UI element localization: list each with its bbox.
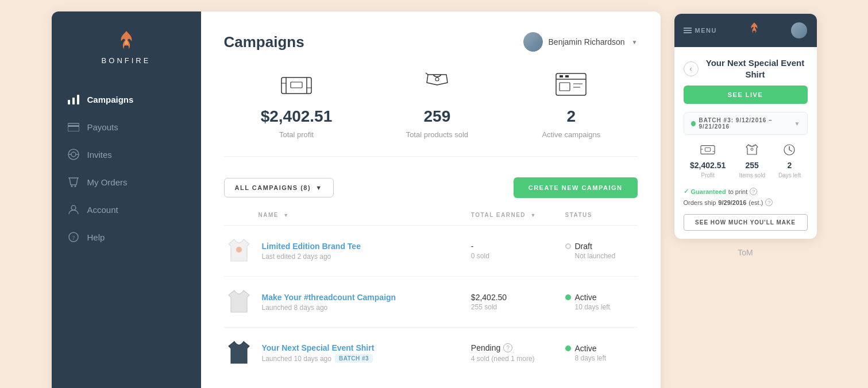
guaranteed-info-icon[interactable]: ? — [750, 188, 757, 195]
create-label: CREATE NEW CAMPAIGN — [528, 184, 623, 191]
sidebar-item-account[interactable]: Account — [52, 196, 201, 223]
hamburger-icon — [684, 28, 692, 33]
page-title: Campaigns — [224, 33, 304, 51]
campaign-thumbnail — [224, 236, 254, 266]
stats-row: $2,402.51 Total profit 259 — [224, 72, 638, 157]
campaigns-toolbar: ALL CAMPAIGNS (8) ▼ CREATE NEW CAMPAIGN — [224, 177, 638, 198]
preview-stat-profit: $2,402.51 Profit — [690, 144, 726, 179]
tom-label: ToM — [738, 243, 753, 259]
preview-stat-profit-val: $2,402.51 — [690, 161, 726, 170]
ships-info-icon[interactable]: ? — [765, 199, 773, 206]
svg-rect-4 — [68, 125, 79, 127]
earned-value-1: - — [471, 242, 565, 251]
batch-badge: BATCH #3 — [335, 354, 373, 363]
chevron-down-icon: ▼ — [632, 39, 638, 45]
preview-campaign-title: Your Next Special Event Shirt — [703, 57, 808, 80]
bonfire-logo-icon — [115, 30, 137, 56]
filter-chevron-icon: ▼ — [315, 184, 322, 191]
preview-batch-label: BATCH #3: 9/12/2016 – 9/21/2016 — [699, 117, 794, 130]
svg-point-6 — [71, 152, 76, 157]
status-sub-3: 8 days left — [565, 354, 607, 362]
earned-value-2: $2,402.50 — [471, 293, 565, 302]
preview-guaranteed: ✓ Guaranteed to print ? — [684, 188, 808, 195]
preview-days-icon — [782, 144, 797, 158]
filter-button[interactable]: ALL CAMPAIGNS (8) ▼ — [224, 178, 334, 197]
campaigns-icon — [68, 94, 79, 105]
preview-stat-profit-lbl: Profit — [701, 172, 715, 179]
account-icon — [68, 204, 79, 215]
sidebar-account-label: Account — [87, 205, 118, 215]
col-name[interactable]: NAME ▼ — [224, 212, 471, 226]
preview-stat-items-lbl: Items sold — [739, 172, 765, 179]
check-icon: ✓ — [684, 188, 689, 195]
svg-point-30 — [236, 247, 242, 253]
preview-batch-row[interactable]: BATCH #3: 9/12/2016 – 9/21/2016 ▼ — [684, 112, 808, 135]
create-campaign-button[interactable]: CREATE NEW CAMPAIGN — [514, 177, 638, 198]
svg-rect-31 — [701, 146, 715, 154]
campaigns-table: NAME ▼ TOTAL EARNED ▼ STATUS — [224, 212, 638, 378]
svg-point-9 — [71, 185, 72, 187]
stat-profit-label: Total profit — [279, 130, 314, 139]
avatar — [523, 32, 543, 52]
sidebar-nav: Campaigns Payouts — [52, 86, 201, 251]
preview-stat-days: 2 Days left — [778, 144, 801, 179]
sidebar-item-payouts[interactable]: Payouts — [52, 113, 201, 141]
preview-profit-icon — [700, 144, 715, 158]
campaign-name-1[interactable]: Limited Edition Brand Tee — [262, 242, 361, 251]
status-sub-1: Not launched — [565, 252, 616, 260]
svg-rect-2 — [77, 95, 79, 104]
sidebar-item-invites[interactable]: Invites — [52, 141, 201, 168]
preview-menu-button[interactable]: MENU — [684, 27, 717, 34]
pending-info-icon[interactable]: ? — [503, 343, 512, 352]
pending-cell: Pending ? 4 sold (need 1 more) — [471, 343, 565, 363]
campaign-name-3[interactable]: Your Next Special Event Shirt — [262, 343, 375, 352]
sidebar-item-campaigns[interactable]: Campaigns — [52, 86, 201, 113]
svg-rect-3 — [68, 123, 79, 131]
svg-point-37 — [751, 148, 753, 150]
status-dot-active-3 — [565, 346, 571, 351]
preview-stats-row: $2,402.51 Profit 255 Ite — [684, 144, 808, 179]
table-row: Your Next Special Event Shirt Launched 1… — [224, 328, 638, 379]
svg-rect-17 — [291, 82, 302, 88]
help-icon: ? — [68, 231, 79, 243]
preview-see-live-button[interactable]: SEE LIVE — [684, 86, 808, 104]
svg-point-10 — [74, 185, 76, 187]
user-menu[interactable]: Benjamin Richardson ▼ — [523, 32, 638, 52]
sidebar-item-my-orders[interactable]: My Orders — [52, 168, 201, 196]
stat-campaigns-label: Active campaigns — [542, 130, 600, 139]
preview-back-button[interactable]: ‹ — [684, 61, 699, 76]
stat-products: 259 Total products sold — [406, 72, 468, 139]
col-status: STATUS — [565, 212, 638, 226]
svg-rect-29 — [565, 75, 569, 77]
stat-products-value: 259 — [423, 107, 450, 126]
campaign-name-2[interactable]: Make Your #threadcount Campaign — [262, 293, 396, 302]
sidebar-campaigns-label: Campaigns — [87, 95, 134, 104]
profit-icon — [280, 72, 313, 100]
preview-see-how-button[interactable]: SEE HOW MUCH YOU'LL MAKE — [684, 214, 808, 231]
earned-sold-1: 0 sold — [471, 252, 565, 260]
preview-header: MENU — [674, 14, 817, 47]
payouts-icon — [68, 121, 79, 133]
sidebar-item-help[interactable]: ? Help — [52, 223, 201, 251]
svg-rect-0 — [68, 100, 70, 104]
preview-stat-days-val: 2 — [788, 161, 792, 170]
campaign-thumbnail-3 — [224, 338, 254, 368]
status-cell-1: Draft Not launched — [565, 242, 638, 260]
products-icon — [421, 72, 453, 100]
preview-stat-days-lbl: Days left — [778, 172, 801, 179]
preview-card: MENU ‹ Your Next Special Event Shirt SEE… — [674, 14, 817, 239]
status-cell-2: Active 10 days left — [565, 293, 638, 311]
status-name-2: Active — [575, 293, 597, 302]
preview-stat-items-val: 255 — [746, 161, 759, 170]
status-name-3: Active — [575, 344, 597, 353]
sidebar-payouts-label: Payouts — [87, 122, 118, 132]
svg-rect-28 — [560, 75, 563, 77]
col-earned[interactable]: TOTAL EARNED ▼ — [471, 212, 565, 226]
table-header: NAME ▼ TOTAL EARNED ▼ STATUS — [224, 212, 638, 226]
stat-campaigns: 2 Active campaigns — [542, 72, 600, 139]
preview-logo-icon — [748, 22, 761, 39]
preview-menu-label: MENU — [695, 27, 717, 34]
svg-rect-34 — [705, 148, 711, 152]
table-row: Limited Edition Brand Tee Last edited 2 … — [224, 226, 638, 277]
page-header: Campaigns Benjamin Richardson ▼ — [224, 32, 638, 52]
